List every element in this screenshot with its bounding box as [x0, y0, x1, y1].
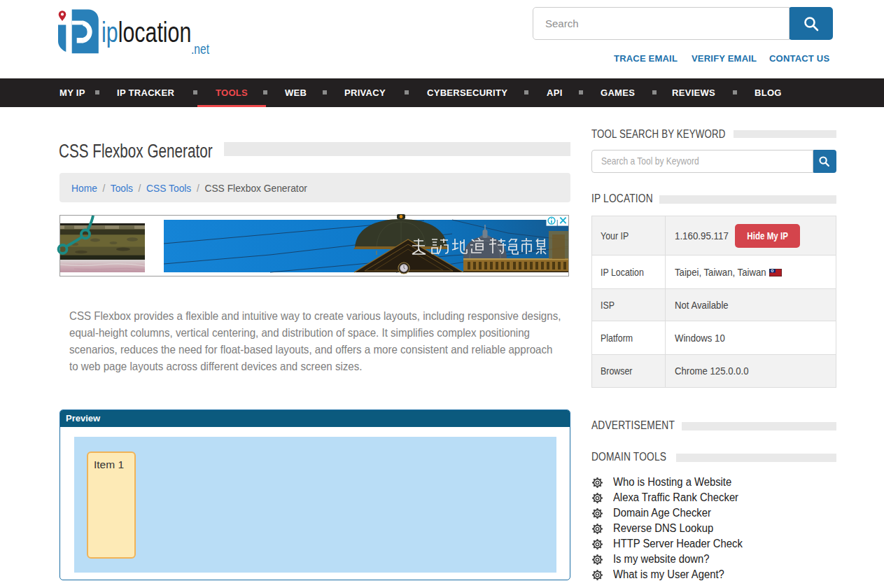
svg-text:iplocation: iplocation	[101, 16, 191, 48]
svg-text:.net: .net	[191, 41, 209, 57]
